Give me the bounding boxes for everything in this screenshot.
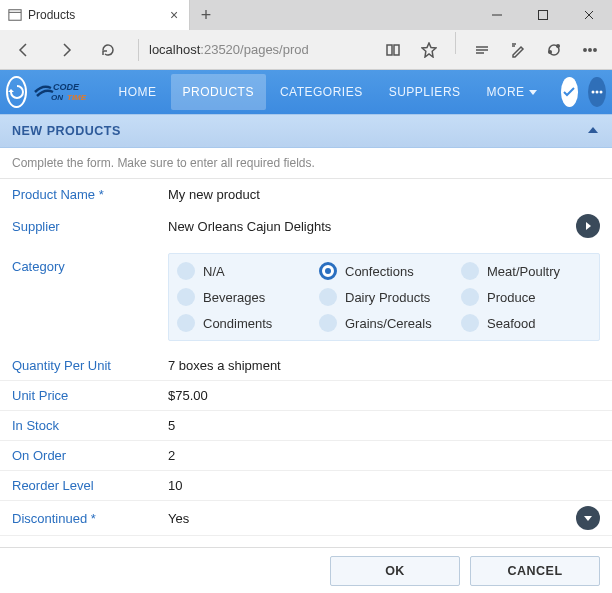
ok-button[interactable]: OK: [330, 556, 460, 586]
field-in-stock[interactable]: 5: [168, 418, 600, 433]
footer: OK CANCEL: [0, 547, 612, 593]
row-in-stock: In Stock 5: [0, 411, 612, 441]
refresh-button[interactable]: [88, 32, 128, 68]
radio-dot-icon: [177, 262, 195, 280]
app-navbar: CODE ON TIME HOME PRODUCTS CATEGORIES SU…: [0, 70, 612, 114]
confirm-circle-button[interactable]: [561, 77, 579, 107]
radio-dot-icon: [461, 262, 479, 280]
field-qpu[interactable]: 7 boxes a shipment: [168, 358, 600, 373]
radio-dot-icon: [461, 288, 479, 306]
radio-na[interactable]: N/A: [177, 262, 307, 280]
field-product-name[interactable]: My new product: [168, 187, 600, 202]
field-reorder[interactable]: 10: [168, 478, 600, 493]
row-reorder: Reorder Level 10: [0, 471, 612, 501]
label-unit-price: Unit Price: [12, 388, 168, 403]
nav-more[interactable]: MORE: [475, 70, 549, 114]
nav-products[interactable]: PRODUCTS: [171, 74, 266, 110]
app-logo[interactable]: CODE ON TIME: [33, 77, 97, 107]
address-bar[interactable]: localhost:23520/pages/prod: [149, 42, 373, 57]
url-host: localhost: [149, 42, 200, 57]
menu-circle-button[interactable]: [588, 77, 606, 107]
cancel-button[interactable]: CANCEL: [470, 556, 600, 586]
window-titlebar: Products × +: [0, 0, 612, 30]
svg-point-14: [584, 48, 586, 50]
label-qpu: Quantity Per Unit: [12, 358, 168, 373]
radio-dot-icon: [319, 262, 337, 280]
row-unit-price: Unit Price $75.00: [0, 381, 612, 411]
svg-point-15: [589, 48, 591, 50]
row-discontinued: Discontinued * Yes: [0, 501, 612, 536]
radio-dot-icon: [177, 314, 195, 332]
label-product-name: Product Name *: [12, 187, 168, 202]
svg-rect-0: [9, 10, 21, 21]
collapse-icon[interactable]: [586, 123, 600, 140]
radio-beverages[interactable]: Beverages: [177, 288, 307, 306]
chevron-down-icon[interactable]: [576, 506, 600, 530]
field-discontinued[interactable]: Yes: [168, 506, 600, 530]
row-on-order: On Order 2: [0, 441, 612, 471]
tab-close-icon[interactable]: ×: [167, 7, 181, 23]
back-button[interactable]: [4, 32, 44, 68]
forward-button[interactable]: [46, 32, 86, 68]
reading-view-icon[interactable]: [375, 32, 411, 68]
section-title: NEW PRODUCTS: [12, 124, 121, 138]
tab-favicon: [8, 8, 22, 22]
browser-toolbar: localhost:23520/pages/prod: [0, 30, 612, 70]
radio-dot-icon: [319, 314, 337, 332]
label-reorder: Reorder Level: [12, 478, 168, 493]
label-supplier: Supplier: [12, 219, 168, 234]
label-category: Category: [12, 253, 168, 274]
nav-suppliers[interactable]: SUPPLIERS: [377, 70, 473, 114]
radio-condiments[interactable]: Condiments: [177, 314, 307, 332]
svg-point-12: [557, 44, 560, 47]
new-tab-button[interactable]: +: [190, 0, 222, 30]
radio-dot-icon: [177, 288, 195, 306]
url-path: :23520/pages/prod: [200, 42, 308, 57]
notes-icon[interactable]: [500, 32, 536, 68]
row-category: Category N/A Confections Meat/Poultry Be…: [0, 243, 612, 351]
row-product-name: Product Name * My new product: [0, 179, 612, 209]
field-supplier[interactable]: New Orleans Cajun Delights: [168, 214, 600, 238]
svg-point-13: [549, 50, 552, 53]
more-icon[interactable]: [572, 32, 608, 68]
window-maximize-button[interactable]: [520, 0, 566, 30]
svg-text:ON: ON: [51, 93, 63, 102]
svg-point-16: [594, 48, 596, 50]
radio-produce[interactable]: Produce: [461, 288, 591, 306]
radio-grains[interactable]: Grains/Cereals: [319, 314, 449, 332]
radio-dot-icon: [319, 288, 337, 306]
svg-text:CODE: CODE: [53, 82, 80, 92]
row-qpu: Quantity Per Unit 7 boxes a shipment: [0, 351, 612, 381]
share-icon[interactable]: [536, 32, 572, 68]
category-radio-group: N/A Confections Meat/Poultry Beverages D…: [168, 253, 600, 341]
radio-dot-icon: [461, 314, 479, 332]
label-in-stock: In Stock: [12, 418, 168, 433]
form-hint: Complete the form. Make sure to enter al…: [0, 148, 612, 179]
label-discontinued: Discontinued *: [12, 511, 168, 526]
svg-point-22: [600, 91, 603, 94]
svg-point-20: [592, 91, 595, 94]
radio-meat-poultry[interactable]: Meat/Poultry: [461, 262, 591, 280]
form: Product Name * My new product Supplier N…: [0, 179, 612, 536]
svg-text:TIME: TIME: [67, 93, 87, 102]
radio-confections[interactable]: Confections: [319, 262, 449, 280]
radio-seafood[interactable]: Seafood: [461, 314, 591, 332]
svg-rect-3: [539, 11, 548, 20]
section-header: NEW PRODUCTS: [0, 114, 612, 148]
nav-categories[interactable]: CATEGORIES: [268, 70, 375, 114]
browser-tab[interactable]: Products ×: [0, 0, 190, 30]
app-back-button[interactable]: [6, 76, 27, 108]
window-close-button[interactable]: [566, 0, 612, 30]
window-minimize-button[interactable]: [474, 0, 520, 30]
field-unit-price[interactable]: $75.00: [168, 388, 600, 403]
label-on-order: On Order: [12, 448, 168, 463]
radio-dairy[interactable]: Dairy Products: [319, 288, 449, 306]
svg-point-21: [596, 91, 599, 94]
hub-icon[interactable]: [464, 32, 500, 68]
row-supplier: Supplier New Orleans Cajun Delights: [0, 209, 612, 243]
tab-title: Products: [28, 8, 161, 22]
nav-home[interactable]: HOME: [107, 70, 169, 114]
field-on-order[interactable]: 2: [168, 448, 600, 463]
favorite-icon[interactable]: [411, 32, 447, 68]
lookup-arrow-icon[interactable]: [576, 214, 600, 238]
